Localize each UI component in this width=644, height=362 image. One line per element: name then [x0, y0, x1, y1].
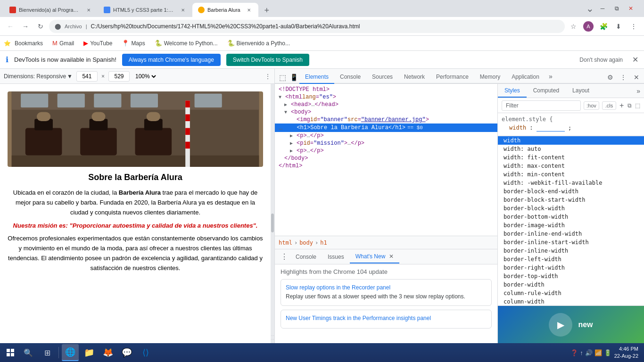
bookmark-youtube[interactable]: ▶ YouTube — [80, 38, 116, 49]
taskbar-task-view[interactable]: ⊞ — [39, 344, 56, 361]
tree-html[interactable]: ▼ <html lang = "es" > — [275, 93, 497, 101]
bookmark-maps[interactable]: 📍 Maps — [118, 38, 149, 49]
tab-sources[interactable]: Sources — [366, 71, 398, 84]
tab-html5[interactable]: HTML5 y CSS3 parte 1: Mi prime... ✕ — [98, 3, 192, 17]
ac-border-right[interactable]: border-right-width — [498, 263, 644, 272]
switch-devtools-button[interactable]: Switch DevTools to Spanish — [226, 54, 309, 66]
tab-console[interactable]: Console — [334, 71, 366, 84]
tab-barberia-close[interactable]: ✕ — [245, 6, 253, 14]
update-card-1[interactable]: Slow replay options in the Recorder pane… — [281, 279, 492, 306]
downloads-button[interactable]: ⬇ — [612, 20, 625, 33]
back-button[interactable]: ← — [4, 20, 17, 33]
scrollbar-thumb[interactable] — [271, 214, 274, 232]
ac-column-width[interactable]: column-width — [498, 297, 644, 305]
subtab-styles[interactable]: Styles — [498, 84, 527, 98]
bookmark-python2[interactable]: 🐍 Bienvenido a Pytho... — [223, 38, 294, 49]
ac-border-left[interactable]: border-left-width — [498, 255, 644, 263]
viewport-more-button[interactable]: ⋮ — [265, 73, 271, 80]
bookmark-gmail[interactable]: M Gmail — [49, 38, 78, 49]
bookmark-star-button[interactable]: ☆ — [567, 20, 580, 33]
subtab-computed[interactable]: Computed — [527, 84, 566, 98]
bottom-tab-console[interactable]: Console — [290, 251, 322, 263]
p1-toggle[interactable]: ▶ — [290, 133, 297, 139]
ac-border-bottom[interactable]: border-bottom-width — [498, 213, 644, 221]
h1-dots[interactable]: … — [279, 124, 282, 132]
ac-width-max[interactable]: width: max-content — [498, 162, 644, 170]
tab-performance[interactable]: Performance — [430, 71, 474, 84]
taskbar-discord[interactable]: 💬 — [118, 344, 135, 361]
zoom-select[interactable]: 100% 75% 50% — [133, 73, 157, 80]
ac-width-webkit[interactable]: width: -webkit-fill-available — [498, 179, 644, 187]
ac-width-auto[interactable]: width: auto — [498, 145, 644, 153]
inspect-element-button[interactable]: ⬚ — [277, 72, 288, 83]
bookmark-python1[interactable]: 🐍 Welcome to Python... — [151, 38, 222, 49]
tab-gmail-close[interactable]: ✕ — [85, 6, 92, 14]
bottom-tab-whats-new[interactable]: What's New ✕ — [350, 250, 400, 263]
ac-border-block-end[interactable]: border-block-end-width — [498, 187, 644, 196]
forward-button[interactable]: → — [19, 20, 32, 33]
taskbar-vscode[interactable]: ⟨⟩ — [137, 344, 154, 361]
new-tab-button[interactable]: + — [260, 4, 273, 17]
tree-p-mission[interactable]: ▶ <p id = "mission" > … </p> — [275, 140, 497, 147]
taskbar-chrome[interactable]: 🌐 — [62, 344, 79, 361]
tree-img[interactable]: <img id = "banner" src = "banner/banner.… — [275, 116, 497, 123]
breadcrumb-h1[interactable]: h1 — [320, 239, 327, 246]
html-tree[interactable]: <!DOCTYPE html> ▼ <html lang = "es" > — [275, 84, 497, 236]
ac-border-image[interactable]: border-image-width — [498, 221, 644, 230]
mission-toggle[interactable]: ▶ — [290, 140, 297, 146]
tab-gmail[interactable]: Bienvenido(a) al Programa ONE ✕ — [4, 3, 98, 17]
p2-toggle[interactable]: ▶ — [290, 148, 297, 154]
tab-memory[interactable]: Memory — [474, 71, 506, 84]
device-toolbar-button[interactable]: 📱 — [288, 72, 299, 83]
taskbar-file-explorer[interactable]: 📁 — [81, 344, 98, 361]
body-toggle[interactable]: ▼ — [284, 110, 291, 115]
ac-column-rule[interactable]: column-rule-width — [498, 289, 644, 297]
tab-elements[interactable]: Elements — [299, 71, 334, 84]
breadcrumb-html[interactable]: html — [279, 239, 292, 246]
taskbar-clock[interactable]: 4:46 PM 22-Aug-22 — [614, 346, 638, 360]
tree-p2[interactable]: ▶ <p> … </p> — [275, 147, 497, 155]
devtools-more-tabs[interactable]: » — [545, 70, 556, 83]
tab-application[interactable]: Application — [506, 71, 545, 84]
refresh-button[interactable]: ↻ — [34, 20, 47, 33]
styles-filter-input[interactable] — [502, 100, 581, 111]
devtools-close-button[interactable]: ✕ — [631, 72, 642, 83]
close-button[interactable]: ✕ — [625, 3, 636, 14]
head-toggle[interactable]: ▶ — [284, 102, 291, 107]
restore-button[interactable]: ⧉ — [611, 3, 622, 14]
devtools-settings-button[interactable]: ⚙ — [604, 72, 616, 83]
ac-border-width[interactable]: border-width — [498, 280, 644, 289]
taskbar-firefox[interactable]: 🦊 — [99, 344, 116, 361]
ac-border-top[interactable]: border-top-width — [498, 272, 644, 280]
minimize-button[interactable]: ─ — [597, 3, 608, 14]
update-card-2[interactable]: New User Timings track in the Performanc… — [281, 310, 492, 329]
match-language-button[interactable]: Always match Chrome's language — [122, 54, 221, 66]
start-button[interactable] — [2, 344, 19, 361]
help-icon[interactable]: ❓ — [570, 349, 578, 356]
bottom-panel-more[interactable]: ⋮ — [279, 251, 290, 263]
taskbar-search[interactable]: 🔍 — [20, 344, 37, 361]
html-toggle[interactable]: ▼ — [279, 95, 285, 100]
ac-width-min[interactable]: width: min-content — [498, 170, 644, 179]
ac-border-block[interactable]: border-block-width — [498, 204, 644, 213]
dont-show-button[interactable]: Don't show again — [579, 57, 623, 63]
ac-width[interactable]: width — [498, 136, 644, 145]
tree-body[interactable]: ▼ <body> — [275, 108, 497, 116]
style-width-prop[interactable]: width : ; — [502, 123, 640, 132]
tab-html5-close[interactable]: ✕ — [179, 6, 187, 14]
tab-network[interactable]: Network — [398, 71, 430, 84]
network-icon[interactable]: 📶 — [594, 349, 602, 356]
width-value-input[interactable] — [537, 124, 565, 132]
ac-border-inline[interactable]: border-inline-width — [498, 247, 644, 255]
ac-border-block-start[interactable]: border-block-start-width — [498, 196, 644, 204]
height-input[interactable] — [108, 71, 130, 82]
url-bar[interactable]: ⬤ Archivo | C:/Users/hp%20touch/Document… — [49, 20, 565, 33]
ac-border-inline-start[interactable]: border-inline-start-width — [498, 238, 644, 247]
ac-width-fit[interactable]: width: fit-content — [498, 153, 644, 162]
subtab-layout[interactable]: Layout — [566, 84, 596, 98]
hov-pseudo-button[interactable]: :hov — [584, 101, 599, 110]
page-scrollbar[interactable]: ⋮⋮ — [271, 84, 274, 343]
battery-icon[interactable]: 🔋 — [604, 349, 611, 356]
whats-new-close[interactable]: ✕ — [389, 253, 394, 260]
expand-all-button[interactable]: ⬚ — [635, 101, 640, 110]
